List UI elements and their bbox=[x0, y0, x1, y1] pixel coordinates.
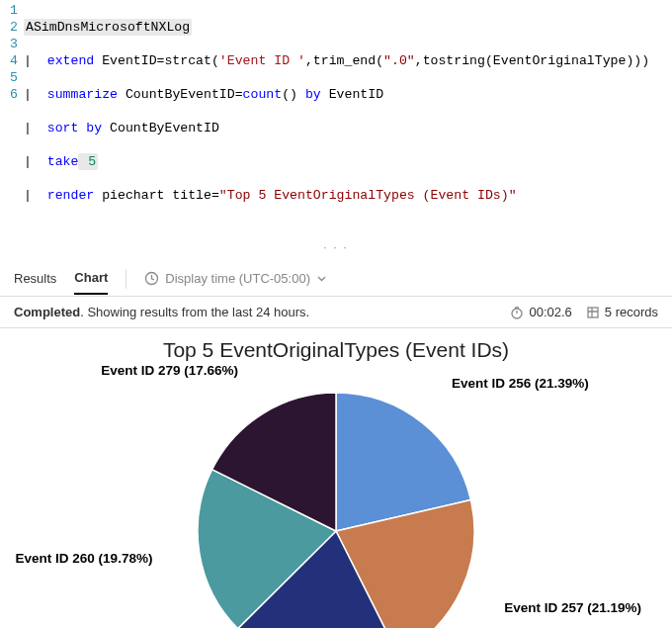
status-bar: Completed. Showing results from the last… bbox=[0, 297, 672, 328]
pie-chart[interactable]: Event ID 256 (21.39%)Event ID 257 (21.19… bbox=[10, 368, 662, 628]
slice-label: Event ID 260 (19.78%) bbox=[16, 550, 153, 565]
clock-icon bbox=[144, 271, 159, 286]
code-table: ASimDnsMicrosoftNXLog bbox=[24, 19, 192, 36]
slice-label: Event ID 279 (17.66%) bbox=[101, 363, 238, 378]
editor-gutter: 1 2 3 4 5 6 bbox=[0, 2, 24, 237]
record-count: 5 records bbox=[586, 305, 658, 319]
divider bbox=[126, 269, 126, 289]
chart-title: Top 5 EventOriginalTypes (Event IDs) bbox=[10, 338, 662, 362]
tab-results[interactable]: Results bbox=[14, 263, 56, 294]
result-tabbar: Results Chart Display time (UTC-05:00) bbox=[0, 261, 672, 297]
status-text: Completed. Showing results from the last… bbox=[14, 305, 309, 319]
stopwatch-icon bbox=[510, 306, 524, 319]
editor-code[interactable]: ASimDnsMicrosoftNXLog | extend EventID=s… bbox=[24, 2, 672, 237]
slice-label: Event ID 257 (21.19%) bbox=[504, 599, 641, 614]
svg-rect-2 bbox=[588, 308, 598, 317]
chevron-down-icon bbox=[316, 273, 327, 284]
tab-chart[interactable]: Chart bbox=[74, 262, 108, 295]
pie-svg bbox=[188, 383, 484, 628]
timezone-picker[interactable]: Display time (UTC-05:00) bbox=[144, 271, 327, 286]
elapsed-time: 00:02.6 bbox=[510, 305, 571, 319]
timezone-label: Display time (UTC-05:00) bbox=[165, 271, 310, 286]
editor-collapse-icon[interactable]: · · · bbox=[0, 241, 672, 253]
slice-label: Event ID 256 (21.39%) bbox=[452, 375, 589, 390]
records-icon bbox=[586, 306, 600, 319]
kql-editor[interactable]: 1 2 3 4 5 6 ASimDnsMicrosoftNXLog | exte… bbox=[0, 0, 672, 239]
chart-area: Top 5 EventOriginalTypes (Event IDs) Eve… bbox=[0, 328, 672, 628]
